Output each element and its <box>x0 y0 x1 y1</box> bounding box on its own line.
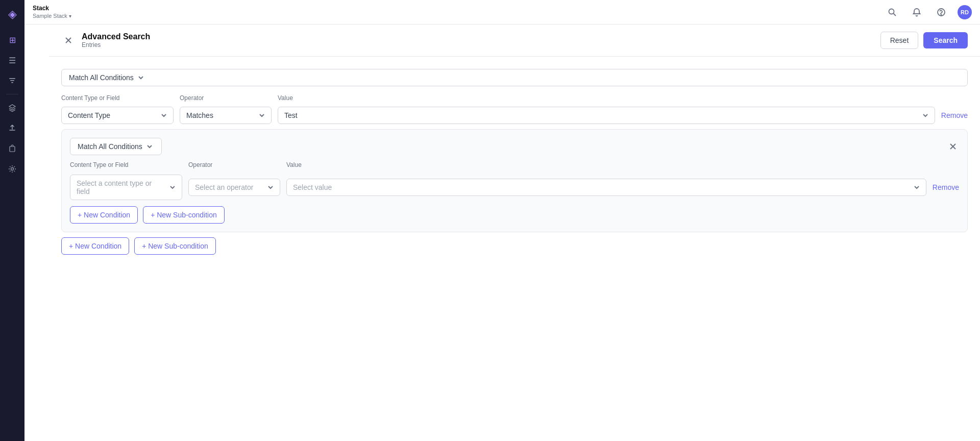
search-body: Match All Conditions Content Type or Fie… <box>49 57 980 267</box>
panel-header-actions: Reset Search <box>880 32 968 49</box>
sidebar-icon-clipboard[interactable] <box>3 139 21 158</box>
app-logo[interactable]: ◈ <box>4 6 20 22</box>
inner-col1-label: Content Type or Field <box>70 161 182 168</box>
sidebar-divider <box>6 94 18 94</box>
inner-action-buttons: + New Condition + New Sub-condition <box>70 206 959 224</box>
sidebar: ◈ ⊞ ☰ <box>0 0 24 441</box>
outer-col3-label: Value <box>278 94 962 102</box>
outer-new-condition-button[interactable]: + New Condition <box>61 237 129 255</box>
sidebar-icon-grid[interactable]: ⊞ <box>3 31 21 49</box>
outer-value-select[interactable]: Test <box>278 107 935 124</box>
svg-rect-3 <box>10 146 15 152</box>
outer-condition-group: Content Type or Field Operator Value Con… <box>61 94 968 255</box>
panel-header: Advanced Search Entries Reset Search <box>49 24 980 57</box>
svg-rect-1 <box>10 80 14 81</box>
inner-value-select[interactable]: Select value <box>286 179 926 196</box>
sidebar-icon-layers[interactable] <box>3 99 21 117</box>
outer-action-buttons: + New Condition + New Sub-condition <box>61 237 968 255</box>
svg-rect-0 <box>9 78 15 79</box>
sidebar-icon-filter[interactable] <box>3 71 21 90</box>
outer-operator-select[interactable]: Matches <box>180 107 272 124</box>
panel-title-group: Advanced Search Entries <box>82 32 150 48</box>
svg-point-4 <box>11 168 14 170</box>
panel-subtitle: Entries <box>82 41 150 48</box>
inner-operator-select[interactable]: Select an operator <box>188 179 280 196</box>
inner-content-type-select[interactable]: Select a content type or field <box>70 175 182 200</box>
outer-col1-label: Content Type or Field <box>61 94 174 102</box>
outer-new-sub-condition-button[interactable]: + New Sub-condition <box>134 237 216 255</box>
inner-new-sub-condition-button[interactable]: + New Sub-condition <box>143 206 225 224</box>
inner-condition-row: Select a content type or field Select an… <box>70 175 959 200</box>
outer-condition-row: Content Type Matches Test Remove <box>61 107 968 124</box>
sidebar-icon-settings[interactable] <box>3 160 21 178</box>
sidebar-icon-list[interactable]: ☰ <box>3 51 21 69</box>
search-submit-button[interactable]: Search <box>923 32 968 48</box>
inner-condition-close-button[interactable] <box>947 140 959 153</box>
panel-title: Advanced Search <box>82 32 150 41</box>
inner-col3-label: Value <box>286 161 953 168</box>
svg-rect-2 <box>11 82 13 83</box>
inner-match-dropdown[interactable]: Match All Conditions <box>70 138 162 155</box>
inner-col2-label: Operator <box>188 161 280 168</box>
inner-new-condition-button[interactable]: + New Condition <box>70 206 138 224</box>
outer-match-dropdown[interactable]: Match All Conditions <box>61 69 968 86</box>
panel-close-button[interactable] <box>61 33 76 47</box>
sidebar-icon-upload[interactable] <box>3 119 21 137</box>
outer-col2-label: Operator <box>180 94 272 102</box>
inner-condition-header: Match All Conditions <box>70 138 959 155</box>
main-content: Stack Sample Stack ▾ RD Advanced Search <box>49 24 980 441</box>
outer-remove-button[interactable]: Remove <box>941 111 968 119</box>
inner-remove-button[interactable]: Remove <box>933 183 959 191</box>
outer-content-type-select[interactable]: Content Type <box>61 107 174 124</box>
reset-button[interactable]: Reset <box>880 32 919 49</box>
inner-condition-box: Match All Conditions Content Type or Fie… <box>61 129 968 232</box>
inner-fields-header: Content Type or Field Operator Value <box>70 161 959 168</box>
outer-fields-header: Content Type or Field Operator Value <box>61 94 968 102</box>
